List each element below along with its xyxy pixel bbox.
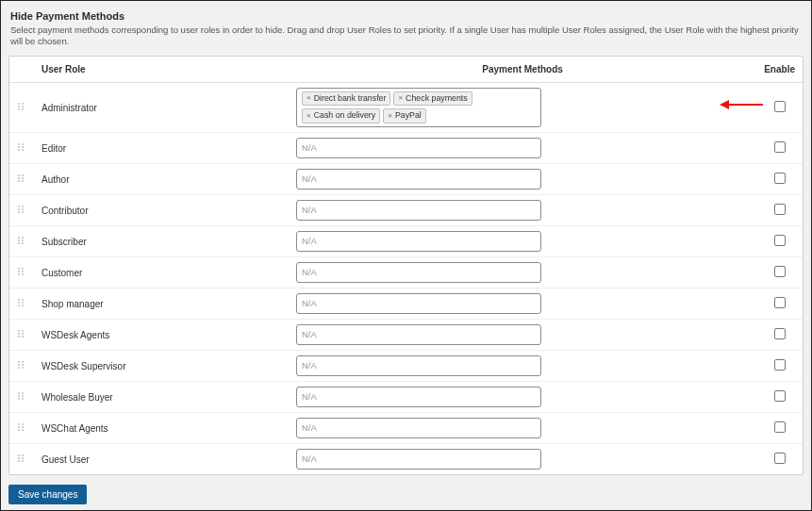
- svg-point-54: [18, 367, 20, 369]
- svg-point-18: [18, 180, 20, 182]
- svg-point-56: [18, 392, 20, 394]
- payment-methods-placeholder: N/A: [302, 360, 317, 371]
- remove-tag-icon[interactable]: ×: [388, 111, 392, 121]
- payment-method-tag[interactable]: ×Direct bank transfer: [302, 91, 390, 106]
- drag-handle-icon[interactable]: [17, 360, 26, 370]
- svg-point-36: [18, 273, 20, 275]
- drag-handle-icon[interactable]: [17, 453, 26, 463]
- svg-point-10: [18, 146, 20, 148]
- enable-checkbox[interactable]: [774, 328, 786, 339]
- table-row: CustomerN/A: [9, 256, 803, 288]
- svg-point-32: [18, 268, 20, 270]
- role-label: Wholesale Buyer: [41, 392, 113, 403]
- table-row: Wholesale BuyerN/A: [9, 381, 803, 412]
- payment-methods-placeholder: N/A: [302, 329, 317, 339]
- payment-method-tag[interactable]: ×PayPal: [383, 108, 426, 123]
- enable-checkbox[interactable]: [774, 266, 786, 277]
- enable-checkbox[interactable]: [774, 235, 786, 246]
- svg-point-43: [22, 305, 24, 306]
- payment-methods-input[interactable]: N/A: [296, 387, 541, 407]
- svg-point-28: [18, 239, 20, 241]
- payment-methods-input[interactable]: N/A: [296, 324, 541, 345]
- svg-point-12: [18, 149, 20, 151]
- svg-point-30: [18, 242, 20, 244]
- enable-checkbox[interactable]: [774, 359, 786, 371]
- payment-methods-input[interactable]: N/A: [296, 449, 541, 470]
- svg-point-68: [18, 454, 20, 456]
- svg-marker-7: [720, 100, 729, 109]
- drag-handle-icon[interactable]: [17, 173, 26, 183]
- svg-point-13: [22, 149, 24, 151]
- svg-point-31: [22, 242, 24, 244]
- table-row: Administrator×Direct bank transfer×Check…: [9, 82, 803, 132]
- enable-checkbox[interactable]: [774, 421, 786, 433]
- roles-table: User Role Payment Methods Enable Adminis…: [9, 57, 803, 474]
- svg-point-3: [22, 106, 24, 107]
- svg-point-37: [22, 273, 24, 275]
- svg-point-72: [18, 460, 20, 462]
- drag-handle-icon[interactable]: [17, 391, 26, 401]
- svg-point-42: [18, 305, 20, 306]
- table-row: ContributorN/A: [9, 194, 803, 225]
- svg-point-57: [22, 392, 24, 394]
- payment-method-tag[interactable]: ×Cash on delivery: [302, 108, 380, 123]
- svg-point-69: [22, 454, 24, 456]
- role-label: WSDesk Agents: [41, 330, 109, 340]
- drag-handle-icon[interactable]: [17, 329, 26, 338]
- svg-point-67: [22, 429, 24, 431]
- save-button[interactable]: Save changes: [8, 485, 87, 504]
- drag-handle-icon[interactable]: [17, 142, 26, 152]
- page-description: Select payment methods corresponding to …: [10, 25, 804, 48]
- svg-point-60: [18, 398, 20, 400]
- payment-methods-input[interactable]: N/A: [296, 169, 541, 190]
- payment-method-tag[interactable]: ×Check payments: [393, 91, 472, 106]
- payment-methods-input[interactable]: ×Direct bank transfer×Check payments×Cas…: [296, 88, 541, 127]
- svg-point-0: [18, 103, 20, 105]
- role-label: Administrator: [41, 103, 97, 113]
- payment-methods-input[interactable]: N/A: [296, 231, 541, 252]
- drag-handle-icon[interactable]: [17, 102, 26, 111]
- drag-handle-icon[interactable]: [17, 267, 26, 276]
- drag-handle-icon[interactable]: [17, 205, 26, 214]
- svg-point-71: [22, 457, 24, 459]
- drag-handle-icon[interactable]: [17, 422, 26, 432]
- enable-checkbox[interactable]: [774, 173, 786, 184]
- table-row: WSDesk AgentsN/A: [9, 319, 803, 350]
- enable-checkbox[interactable]: [774, 390, 786, 402]
- enable-checkbox[interactable]: [774, 101, 786, 112]
- svg-point-66: [18, 429, 20, 431]
- svg-point-46: [18, 333, 20, 335]
- drag-handle-icon[interactable]: [17, 298, 26, 307]
- drag-handle-icon[interactable]: [17, 236, 26, 245]
- payment-methods-input[interactable]: N/A: [296, 418, 541, 438]
- svg-point-52: [18, 364, 20, 366]
- svg-point-61: [22, 398, 24, 400]
- svg-point-55: [22, 367, 24, 369]
- enable-checkbox[interactable]: [774, 141, 786, 153]
- enable-checkbox[interactable]: [774, 453, 786, 464]
- svg-point-34: [18, 271, 20, 272]
- svg-point-49: [22, 336, 24, 338]
- payment-methods-input[interactable]: N/A: [296, 293, 541, 314]
- table-row: EditorN/A: [9, 132, 803, 163]
- remove-tag-icon[interactable]: ×: [398, 93, 403, 103]
- roles-panel: User Role Payment Methods Enable Adminis…: [8, 56, 804, 475]
- payment-methods-input[interactable]: N/A: [296, 200, 541, 221]
- payment-methods-input[interactable]: N/A: [296, 262, 541, 283]
- svg-point-38: [18, 299, 20, 301]
- svg-point-22: [18, 208, 20, 210]
- col-payment: Payment Methods: [289, 57, 756, 83]
- enable-checkbox[interactable]: [774, 204, 786, 215]
- col-enable: Enable: [756, 57, 803, 83]
- svg-point-73: [22, 460, 24, 462]
- remove-tag-icon[interactable]: ×: [307, 111, 311, 121]
- svg-point-41: [22, 302, 24, 304]
- svg-point-29: [22, 239, 24, 241]
- remove-tag-icon[interactable]: ×: [307, 93, 311, 103]
- payment-methods-input[interactable]: N/A: [296, 138, 541, 158]
- svg-point-20: [18, 206, 20, 207]
- svg-point-62: [18, 423, 20, 425]
- payment-methods-input[interactable]: N/A: [296, 355, 541, 376]
- svg-point-8: [18, 143, 20, 145]
- enable-checkbox[interactable]: [774, 297, 786, 308]
